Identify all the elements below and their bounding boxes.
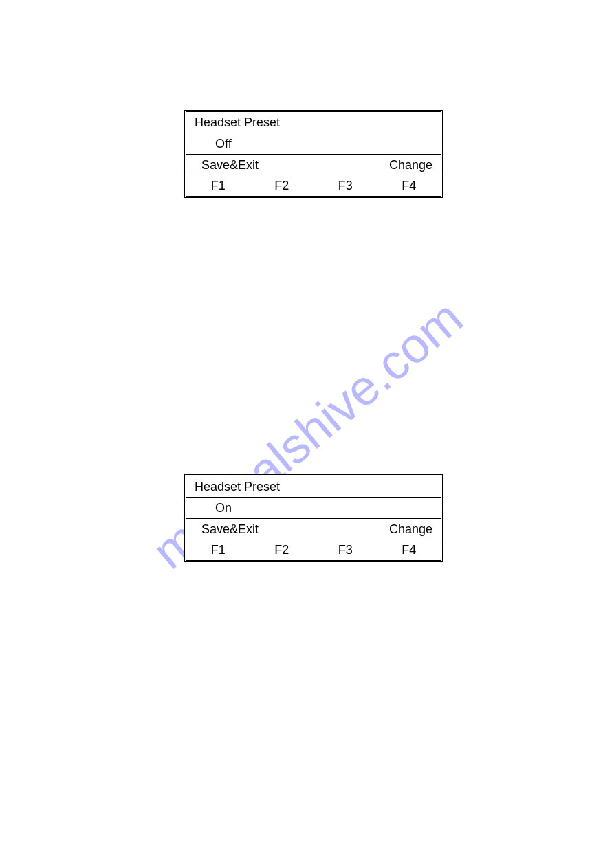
box1-softkey-3[interactable] [321,159,381,173]
box1-fkey-f2: F2 [250,179,314,193]
box2-softkey-row: Save&Exit Change [186,519,441,540]
box1-fkey-f4: F4 [377,179,441,193]
box2-fkey-f4: F4 [377,544,441,557]
box1-fkey-row: F1 F2 F3 F4 [186,175,441,196]
box2-fkey-f3: F3 [314,544,377,557]
box1-fkey-f3: F3 [314,179,377,193]
box2-softkey-2[interactable] [261,523,321,537]
box2-fkey-f1: F1 [186,544,250,557]
box2-value: On [186,498,441,519]
display-box-on: Headset Preset On Save&Exit Change F1 F2… [184,474,443,562]
box1-fkey-f1: F1 [186,179,250,193]
box2-softkey-1[interactable]: Save&Exit [186,523,261,537]
box2-fkey-row: F1 F2 F3 F4 [186,539,441,560]
box1-softkey-row: Save&Exit Change [186,155,441,176]
box2-title: Headset Preset [186,476,441,498]
box1-softkey-4[interactable]: Change [381,159,441,173]
box1-title: Headset Preset [186,112,441,133]
box2-softkey-3[interactable] [321,523,381,537]
box2-softkey-4[interactable]: Change [381,523,441,537]
display-box-off: Headset Preset Off Save&Exit Change F1 F… [184,110,443,198]
box1-softkey-2[interactable] [261,159,321,173]
box1-value: Off [186,133,441,155]
box1-softkey-1[interactable]: Save&Exit [186,159,261,173]
box2-fkey-f2: F2 [250,544,314,557]
